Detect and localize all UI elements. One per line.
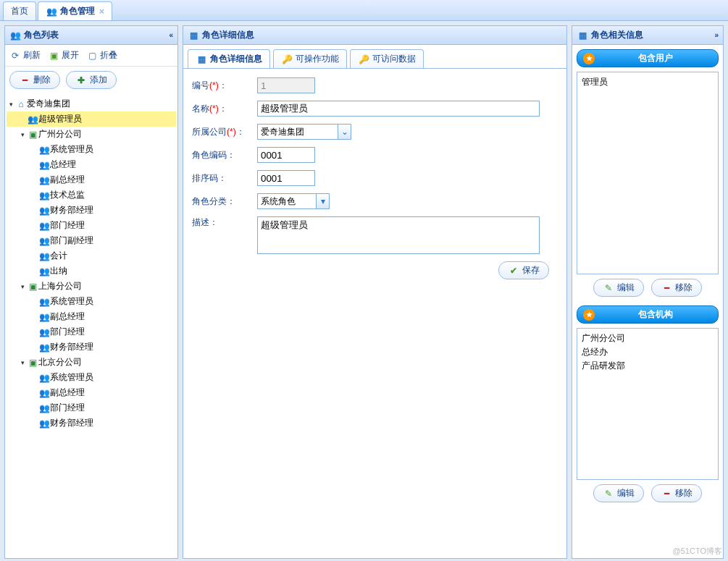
tree-node-label: 系统管理员 [50,295,93,308]
tree-node-label: 财务部经理 [50,204,93,216]
users-remove-button[interactable]: ━移除 [651,279,702,297]
arrow-icon: ▾ [18,359,27,366]
users-icon: 👥 [38,250,50,262]
users-icon: 👥 [46,6,57,17]
tab-data[interactable]: 🔑可访问数据 [350,49,424,68]
tree-node[interactable]: 👥系统管理员 [7,370,176,385]
org-icon: ▣ [27,357,38,368]
users-icon: 👥 [38,326,50,338]
tree-node[interactable]: 👥总经理 [7,157,176,172]
company-select[interactable]: 爱奇迪集团⌄ [257,124,351,140]
tree-node-label: 总经理 [50,159,76,171]
sortcode-field[interactable] [257,170,315,186]
add-button[interactable]: ✚添加 [66,71,117,89]
tree-node[interactable]: 👥部门副经理 [7,233,176,248]
chevron-down-icon[interactable]: ▾ [316,194,329,208]
save-button[interactable]: ✔保存 [498,261,549,279]
tree-node[interactable]: 👥副总经理 [7,309,176,324]
watermark: @51CTO博客 [673,546,722,557]
tree-node-label: 部门经理 [50,219,85,232]
orgs-edit-button[interactable]: ✎编辑 [593,484,644,502]
users-icon: 👥 [38,159,50,171]
minus-icon: ━ [661,488,672,499]
tab-role-mgmt-label: 角色管理 [60,5,95,17]
tree-node[interactable]: 👥副总经理 [7,385,176,400]
label-id: 编号(*)： [192,80,257,92]
orgs-section-head: ★包含机构 [577,305,719,324]
name-field[interactable] [257,101,540,117]
collapse-button[interactable]: ▢折叠 [86,49,117,62]
tree-node[interactable]: 👥部门经理 [7,324,176,339]
users-icon: 👥 [38,372,50,384]
tree-node[interactable]: 👥财务部经理 [7,203,176,218]
orgs-remove-button[interactable]: ━移除 [651,484,702,502]
users-icon: 👥 [38,190,50,201]
users-icon: 👥 [38,342,50,353]
refresh-button[interactable]: ⟳刷新 [9,49,41,62]
users-icon: 👥 [38,418,50,429]
close-icon[interactable]: × [99,7,104,17]
orgs-listbox[interactable]: 广州分公司总经办产品研发部 [577,328,719,480]
users-icon: 👥 [38,311,50,323]
minus-icon: ━ [661,282,672,294]
tree-node[interactable]: 👥超级管理员 [7,111,176,127]
tree-node-label: 上海分公司 [38,280,82,292]
tab-detail[interactable]: ▦角色详细信息 [188,49,270,68]
category-select[interactable]: 系统角色▾ [257,193,330,209]
tree-node-label: 部门副经理 [50,235,93,247]
tree-node-label: 出纳 [50,265,67,277]
chevron-down-icon[interactable]: ⌄ [338,125,351,139]
tree-node-label: 副总经理 [50,311,85,323]
tab-role-mgmt[interactable]: 👥 角色管理 × [38,1,112,20]
tree-node[interactable]: 👥会计 [7,248,176,263]
tab-functions[interactable]: 🔑可操作功能 [273,49,347,68]
key-icon: 🔑 [358,54,369,65]
role-related-panel: ▦角色相关信息 » ★包含用户 管理员 ✎编辑 ━移除 ★包含机构 广州分公司总… [572,25,724,559]
users-edit-button[interactable]: ✎编辑 [593,279,644,297]
tree-node[interactable]: ▾▣广州分公司 [7,127,176,142]
label-sortcode: 排序码： [192,172,257,185]
list-item[interactable]: 产品研发部 [580,359,715,373]
collapse-right-icon[interactable]: » [714,31,719,39]
tree-node[interactable]: 👥副总经理 [7,172,176,187]
star-icon: ★ [583,309,595,321]
desc-field[interactable] [257,216,540,254]
tree-node-label: 超级管理员 [38,113,82,125]
tree-node[interactable]: 👥系统管理员 [7,294,176,309]
pencil-icon: ✎ [603,488,614,499]
rolecode-field[interactable] [257,147,315,163]
list-item[interactable]: 管理员 [580,75,715,89]
list-item[interactable]: 总经办 [580,345,715,359]
tree-node[interactable]: 👥系统管理员 [7,142,176,157]
users-icon: 👥 [27,114,38,125]
tree-node[interactable]: 👥技术总监 [7,187,176,203]
tree-node[interactable]: 👥部门经理 [7,218,176,233]
users-section-head: ★包含用户 [577,49,719,67]
tab-home[interactable]: 首页 [3,1,36,20]
users-listbox[interactable]: 管理员 [577,72,719,274]
expand-button[interactable]: ▣展开 [48,49,79,62]
delete-button[interactable]: ━删除 [9,71,60,89]
center-title: 角色详细信息 [202,29,254,41]
tree-node[interactable]: 👥出纳 [7,263,176,279]
tree-node[interactable]: ▾▣上海分公司 [7,279,176,294]
tree-node-label: 系统管理员 [50,143,93,156]
tree-node[interactable]: 👥财务部经理 [7,416,176,431]
collapse-left-icon[interactable]: « [169,31,173,39]
tree-node[interactable]: 👥部门经理 [7,400,176,416]
label-category: 角色分类： [192,195,257,208]
users-icon: 👥 [38,144,50,156]
form-icon: ▦ [196,54,207,65]
tree-node[interactable]: 👥财务部经理 [7,339,176,355]
tree-node[interactable]: ▾⌂爱奇迪集团 [7,96,176,111]
users-icon: 👥 [38,220,50,232]
home-icon: ⌂ [15,98,27,110]
org-icon: ▣ [27,129,38,140]
key-icon: 🔑 [281,54,293,65]
tree-node-label: 部门经理 [50,326,85,338]
list-item[interactable]: 广州分公司 [580,332,715,345]
role-tree: ▾⌂爱奇迪集团👥超级管理员▾▣广州分公司👥系统管理员👥总经理👥副总经理👥技术总监… [5,93,177,558]
tree-node[interactable]: ▾▣北京分公司 [7,355,176,370]
arrow-icon: ▾ [18,283,27,290]
arrow-icon: ▾ [18,131,27,138]
